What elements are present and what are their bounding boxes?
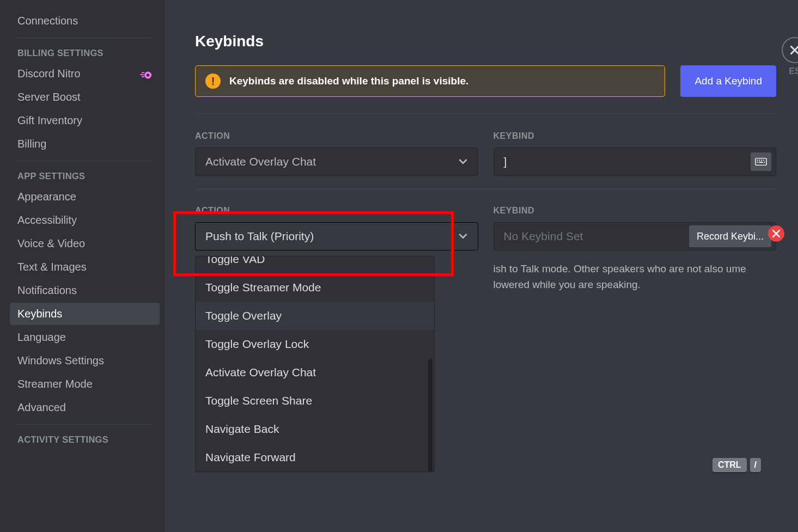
sidebar-item-discord-nitro[interactable]: Discord Nitro: [10, 63, 160, 85]
keybind-label: KEYBIND: [494, 206, 777, 216]
keybind-label: KEYBIND: [494, 131, 777, 141]
dropdown-option[interactable]: Navigate Back: [196, 415, 434, 443]
sidebar-item-notifications[interactable]: Notifications: [10, 279, 160, 302]
sidebar-item-billing[interactable]: Billing: [10, 133, 160, 155]
sidebar-item-server-boost[interactable]: Server Boost: [10, 86, 160, 108]
dropdown-option[interactable]: Toggle Screen Share: [196, 387, 434, 415]
close-icon: [772, 230, 780, 237]
svg-rect-9: [763, 160, 764, 161]
svg-rect-6: [757, 160, 758, 161]
close-settings: ES: [782, 37, 798, 76]
sidebar-item-keybinds[interactable]: Keybinds: [10, 303, 160, 325]
dropdown-option[interactable]: Activate Overlay Chat: [196, 358, 434, 387]
key-ctrl: CTRL: [712, 458, 747, 472]
svg-point-4: [147, 74, 150, 77]
keyboard-icon: [755, 157, 767, 166]
action-select-value: Activate Overlay Chat: [205, 155, 316, 168]
svg-rect-8: [761, 160, 762, 161]
shortcut-hint: CTRL /: [712, 458, 761, 472]
keybind-row: ACTION Push to Talk (Priority) Toggle VA…: [195, 206, 776, 292]
page-title: Keybinds: [195, 33, 776, 50]
record-keybind-button[interactable]: Record Keybi...: [689, 225, 771, 247]
sidebar-item-label: Appearance: [17, 191, 76, 203]
close-icon: [790, 45, 798, 55]
svg-rect-2: [142, 72, 145, 73]
esc-label: ES: [789, 66, 798, 76]
keybind-placeholder: No Keybind Set: [504, 230, 583, 243]
sidebar-item-label: Notifications: [17, 284, 77, 297]
dropdown-option[interactable]: Toggle VAD: [196, 256, 434, 273]
sidebar-item-label: Discord Nitro: [17, 68, 81, 80]
sidebar-item-label: Accessibility: [17, 214, 77, 227]
sidebar-item-label: Advanced: [17, 401, 66, 414]
sidebar-item-text-images[interactable]: Text & Images: [10, 256, 160, 278]
action-select-open[interactable]: Push to Talk (Priority): [195, 222, 478, 250]
sidebar-divider: [17, 38, 152, 38]
keybind-row: ACTION Activate Overlay Chat KEYBIND ]: [195, 131, 776, 176]
sidebar-item-label: Text & Images: [17, 261, 87, 273]
sidebar-item-windows-settings[interactable]: Windows Settings: [10, 350, 160, 372]
chevron-down-icon: [458, 157, 468, 167]
warning-banner: ! Keybinds are disabled while this panel…: [195, 65, 665, 97]
sidebar-item-accessibility[interactable]: Accessibility: [10, 209, 160, 231]
key-slash: /: [750, 458, 761, 472]
sidebar-divider: [17, 161, 152, 161]
sidebar-item-label: Language: [17, 331, 66, 344]
action-label: ACTION: [195, 206, 478, 216]
main-content: Keybinds ! Keybinds are disabled while t…: [165, 0, 798, 532]
sidebar-item-streamer-mode[interactable]: Streamer Mode: [10, 373, 160, 395]
keybind-description: ish to Talk mode. Other speakers who are…: [494, 261, 777, 292]
svg-rect-11: [759, 162, 763, 163]
action-select[interactable]: Activate Overlay Chat: [195, 148, 478, 176]
sidebar-section-activity: ACTIVITY SETTINGS: [10, 430, 160, 448]
warning-text: Keybinds are disabled while this panel i…: [229, 75, 468, 87]
sidebar-section-app: APP SETTINGS: [10, 167, 160, 185]
sidebar-item-label: Server Boost: [17, 91, 81, 103]
sidebar-item-gift-inventory[interactable]: Gift Inventory: [10, 109, 160, 132]
sidebar-divider: [17, 424, 152, 425]
dropdown-option[interactable]: Toggle Overlay Lock: [196, 330, 434, 358]
sidebar-item-label: Billing: [17, 138, 46, 150]
action-label: ACTION: [195, 131, 478, 141]
sidebar-section-billing: BILLING SETTINGS: [10, 44, 160, 62]
svg-rect-3: [142, 76, 145, 77]
add-keybind-button[interactable]: Add a Keybind: [680, 65, 776, 97]
sidebar-item-connections[interactable]: Connections: [10, 10, 160, 32]
chevron-down-icon: [458, 231, 468, 241]
keybind-input[interactable]: No Keybind Set Record Keybi...: [494, 222, 777, 250]
sidebar-item-appearance[interactable]: Appearance: [10, 186, 160, 208]
keybind-value: ]: [504, 155, 507, 168]
sidebar-item-label: Streamer Mode: [17, 378, 93, 390]
dropdown-option[interactable]: Toggle Overlay: [196, 302, 434, 330]
svg-rect-12: [764, 162, 765, 163]
edit-keybind-button[interactable]: [751, 152, 771, 171]
dropdown-option[interactable]: Toggle Streamer Mode: [196, 273, 434, 302]
sidebar-item-advanced[interactable]: Advanced: [10, 396, 160, 419]
sidebar-item-label: Gift Inventory: [17, 114, 82, 127]
svg-rect-7: [759, 160, 760, 161]
delete-keybind-button[interactable]: [768, 225, 784, 242]
close-button[interactable]: [782, 37, 798, 63]
svg-rect-10: [757, 162, 758, 163]
warning-icon: !: [205, 74, 221, 89]
settings-sidebar: Connections BILLING SETTINGS Discord Nit…: [0, 0, 165, 532]
keybind-input[interactable]: ]: [494, 148, 777, 176]
sidebar-item-language[interactable]: Language: [10, 326, 160, 348]
sidebar-item-label: Connections: [17, 15, 78, 27]
row-divider: [195, 189, 776, 189]
action-select-value: Push to Talk (Priority): [205, 230, 314, 243]
action-dropdown: Toggle VAD Toggle Streamer Mode Toggle O…: [195, 256, 435, 472]
dropdown-option[interactable]: Navigate Forward: [196, 443, 434, 472]
sidebar-item-label: Keybinds: [17, 308, 62, 320]
sidebar-item-label: Voice & Video: [17, 237, 85, 250]
sidebar-item-label: Windows Settings: [17, 354, 104, 367]
sidebar-item-voice-video[interactable]: Voice & Video: [10, 233, 160, 255]
svg-rect-1: [140, 74, 144, 75]
scrollbar[interactable]: [428, 359, 432, 472]
nitro-icon: [140, 70, 152, 78]
